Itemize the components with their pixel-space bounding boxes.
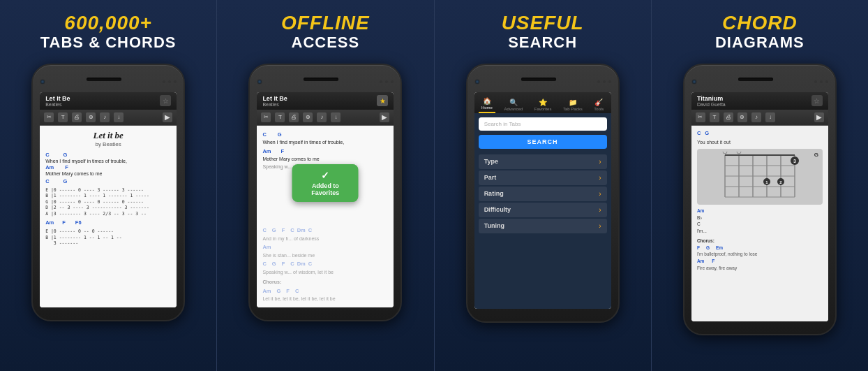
toolbar-icon-note-4[interactable]: ♪ [751, 112, 761, 122]
toolbar-icon-scroll-2[interactable]: ⊕ [303, 112, 313, 122]
filter-part-label: Part [484, 174, 497, 181]
panel-chord-diagrams: CHORD DIAGRAMS Titanium David Guetta [651, 0, 868, 371]
filter-type[interactable]: Type › [479, 154, 607, 169]
filter-difficulty-label: Difficulty [484, 206, 511, 213]
phone-4: Titanium David Guetta ☆ ✂ T 🖨 ⊕ ♪ ↓ ▶ [683, 64, 837, 335]
star-icon-1[interactable]: ☆ [160, 95, 171, 106]
star-icon-4[interactable]: ☆ [811, 95, 823, 106]
song-title-1: Let It Be [45, 95, 160, 102]
song-subtitle-4: David Guetta [697, 102, 811, 107]
phone-top-4 [691, 78, 828, 87]
phone-screen-2: Let It Be Beatles ★ ✂ T 🖨 ⊕ ♪ ↓ ▶ CG [257, 92, 394, 307]
phone-camera-1 [40, 79, 45, 85]
phone-body-4: Titanium David Guetta ☆ ✂ T 🖨 ⊕ ♪ ↓ ▶ [683, 64, 837, 335]
toolbar-icon-text[interactable]: T [58, 112, 68, 122]
chevron-type-icon: › [599, 158, 601, 166]
toolbar-icon-text-4[interactable]: T [710, 112, 719, 122]
nav-advanced[interactable]: 🔍 Advanced [502, 96, 526, 113]
badge-text: Added to Favorites [311, 182, 339, 196]
toolbar-icon-play[interactable]: ▶ [163, 112, 172, 122]
phone-top-2 [257, 78, 394, 87]
svg-point-12 [737, 152, 741, 154]
chorus-chords: F G Em [697, 245, 723, 250]
filter-tuning[interactable]: Tuning › [479, 219, 607, 233]
search-placeholder: Search in Tabs [484, 121, 521, 127]
toolbar-icon-clip[interactable]: ✂ [44, 112, 54, 122]
toolbar-icon-note[interactable]: ♪ [100, 112, 110, 122]
toolbar-icon-down-4[interactable]: ↓ [765, 112, 775, 122]
panel-4-headline: CHORD DIAGRAMS [708, 0, 811, 58]
phone-dots-3 [597, 80, 611, 83]
toolbar-icon-print-2[interactable]: 🖨 [289, 112, 299, 122]
headline-sub-1: TABS & CHORDS [40, 34, 177, 51]
search-icon: 🔍 [509, 99, 518, 106]
screen-header-1: Let It Be Beatles ☆ [40, 92, 177, 110]
phone-body-1: Let It Be Beatles ☆ ✂ T 🖨 ⊕ ♪ ↓ ▶ Let it… [31, 64, 185, 321]
filter-part[interactable]: Part › [479, 170, 607, 185]
nav-home-label: Home [481, 106, 493, 110]
chord-fretboard-svg: 3 1 2 [718, 152, 802, 202]
nav-advanced-label: Advanced [504, 107, 523, 111]
panel-3-headline: USEFUL SEARCH [495, 0, 591, 58]
song-subtitle-1: Beatles [45, 102, 160, 107]
nav-favorites[interactable]: ⭐ Favorites [532, 96, 555, 113]
phone-speaker-3 [521, 78, 556, 81]
toolbar-icon-clip-2[interactable]: ✂ [261, 112, 271, 122]
nav-tabpacks[interactable]: 📁 Tab Packs [560, 96, 585, 113]
tab-title-1: Let it be [45, 130, 171, 141]
panel-offline: OFFLINE ACCESS Let It Be Beatles [216, 0, 433, 371]
phone-2: Let It Be Beatles ★ ✂ T 🖨 ⊕ ♪ ↓ ▶ CG [248, 64, 402, 321]
toolbar-icon-print[interactable]: 🖨 [72, 112, 82, 122]
toolbar-icon-down-2[interactable]: ↓ [331, 112, 341, 122]
phone-camera-2 [257, 79, 262, 85]
phone-dots-4 [814, 80, 828, 83]
phone-top-1 [40, 78, 177, 87]
chorus-lyric-2: Fire away, fire away [697, 265, 737, 270]
filter-difficulty[interactable]: Difficulty › [479, 203, 607, 217]
phone-body-2: Let It Be Beatles ★ ✂ T 🖨 ⊕ ♪ ↓ ▶ CG [248, 64, 402, 321]
toolbar-icon-note-2[interactable]: ♪ [317, 112, 327, 122]
phone-speaker-4 [738, 78, 773, 81]
toolbar-icon-scroll-4[interactable]: ⊕ [738, 112, 747, 122]
toolbar-icon-scroll[interactable]: ⊕ [86, 112, 96, 122]
chorus-lyric-1: I'm bulletproof, nothing to lose [697, 252, 758, 256]
toolbar-icon-play-2[interactable]: ▶ [380, 112, 389, 122]
toolbar-icon-play-4[interactable]: ▶ [814, 112, 824, 122]
headline-sub-4: DIAGRAMS [715, 34, 805, 51]
tab-content-1: Let it be by Beatles CG When I find myse… [40, 126, 177, 307]
phone-top-3 [474, 78, 611, 87]
song-title-2: Let It Be [262, 95, 377, 102]
toolbar-icon-text-2[interactable]: T [275, 112, 285, 122]
headline-main-3: USEFUL [502, 13, 584, 34]
screen-header-4: Titanium David Guetta ☆ [691, 92, 828, 110]
filter-rating[interactable]: Rating › [479, 187, 607, 201]
toolbar-icon-down[interactable]: ↓ [114, 112, 124, 122]
headline-sub-2: ACCESS [281, 34, 370, 51]
search-button[interactable]: SEARCH [479, 135, 607, 149]
phone-1: Let It Be Beatles ☆ ✂ T 🖨 ⊕ ♪ ↓ ▶ Let it… [31, 64, 185, 321]
lyrics-section-4: You shout it out [697, 139, 823, 146]
search-bar[interactable]: Search in Tabs [479, 117, 607, 131]
checkmark-icon: ✓ [302, 170, 349, 181]
star-nav-icon: ⭐ [539, 99, 547, 106]
nav-tools[interactable]: 🎸 Tools [591, 96, 606, 113]
lyric-c: C [697, 221, 701, 226]
headline-main-2: OFFLINE [281, 13, 370, 34]
phone-dots-2 [380, 80, 394, 83]
chorus-chords-2: Am F [697, 259, 714, 263]
toolbar-icon-print-4[interactable]: 🖨 [724, 112, 733, 122]
tab-content-2: CG When I find myself in times of troubl… [257, 126, 394, 307]
tab-notation-1: E |0 ------ 0 ---- 3 ------ 3 ------ B |… [45, 187, 171, 217]
star-icon-2[interactable]: ★ [377, 95, 388, 106]
phone-speaker-2 [304, 78, 338, 81]
phone-screen-3: 🏠 Home 🔍 Advanced ⭐ Favorites 📁 Tab Pack… [474, 92, 611, 309]
nav-home[interactable]: 🏠 Home [479, 95, 495, 113]
panel-search: USEFUL SEARCH 🏠 Home [434, 0, 651, 371]
nav-tools-label: Tools [594, 107, 604, 111]
filter-type-label: Type [484, 158, 498, 165]
song-title-4: Titanium [697, 95, 811, 102]
svg-point-11 [723, 152, 727, 154]
home-icon: 🏠 [483, 97, 491, 105]
toolbar-icon-clip-4[interactable]: ✂ [696, 112, 705, 122]
panel-2-headline: OFFLINE ACCESS [274, 0, 377, 58]
